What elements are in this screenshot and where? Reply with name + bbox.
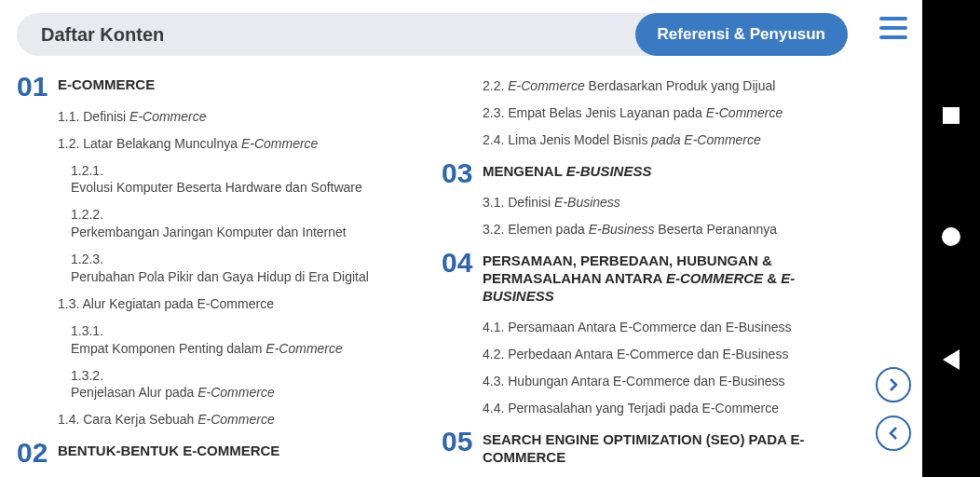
- toc-item-number: 2.3.: [483, 105, 504, 120]
- section-number: 03: [442, 159, 483, 244]
- right-rail: [864, 0, 922, 477]
- content-area: Daftar Konten Referensi & Penyusun 01E-C…: [0, 0, 864, 477]
- toc-item-number: 1.2.1.: [71, 163, 103, 178]
- toc-item-text: Alur Kegiatan pada E-Commerce: [82, 296, 273, 311]
- toc-item-number: 1.2.: [58, 136, 79, 151]
- toc-item[interactable]: 3.2. Elemen pada E-Business Beserta Pera…: [483, 216, 848, 243]
- toc-item-number: 2.4.: [483, 132, 504, 147]
- toc-item-text: Elemen pada E-Business Beserta Perananny…: [508, 222, 777, 237]
- toc-column-right: 2.2. E-Commerce Berdasarkan Produk yang …: [442, 73, 848, 477]
- toc-item-number: 1.3.2.: [71, 368, 103, 383]
- toc-columns: 01E-COMMERCE1.1. Definisi E-Commerce1.2.…: [17, 73, 848, 477]
- recent-apps-button[interactable]: [943, 107, 960, 124]
- toc-item-text: Perbedaan Antara E-Commerce dan E-Busine…: [508, 347, 788, 361]
- next-button[interactable]: [876, 367, 911, 402]
- toc-item[interactable]: 4.1. Persamaan Antara E-Commerce dan E-B…: [483, 314, 848, 341]
- toc-item[interactable]: 1.3. Alur Kegiatan pada E-Commerce: [58, 291, 423, 318]
- toc-item-number: 4.2.: [483, 347, 504, 361]
- toc-item-text: Hubungan Antara E-Commerce dan E-Busines…: [508, 374, 784, 388]
- section-title[interactable]: PERSAMAAN, PERBEDAAN, HUBUNGAN & PERMASA…: [483, 252, 848, 305]
- section-number: 02: [17, 439, 58, 477]
- toc-item-text: Evolusi Komputer Beserta Hardware dan So…: [71, 179, 423, 197]
- toc-item-number: 3.2.: [483, 222, 504, 237]
- toc-item[interactable]: 4.3. Hubungan Antara E-Commerce dan E-Bu…: [483, 368, 848, 395]
- toc-item[interactable]: 1.2.1. Evolusi Komputer Beserta Hardware…: [58, 157, 423, 202]
- toc-section: 01E-COMMERCE1.1. Definisi E-Commerce1.2.…: [17, 73, 423, 433]
- toc-item[interactable]: 2.1. Tujuh Jenis E-Commerce Berdasarkan …: [58, 470, 423, 477]
- toc-item-number: 1.2.2.: [71, 207, 103, 222]
- toc-item[interactable]: 2.4. Lima Jenis Model Bisnis pada E-Comm…: [483, 127, 848, 154]
- section-items: 3.1. Definisi E-Business3.2. Elemen pada…: [483, 182, 848, 243]
- back-button[interactable]: [943, 349, 960, 370]
- header-bar: Daftar Konten Referensi & Penyusun: [17, 13, 848, 56]
- section-title[interactable]: BENTUK-BENTUK E-COMMERCE: [58, 443, 423, 460]
- section-title[interactable]: MENGENAL E-BUSINESS: [483, 163, 848, 181]
- section-items: 1.1. Definisi E-Commerce1.2. Latar Belak…: [58, 96, 423, 433]
- home-button[interactable]: [942, 227, 960, 246]
- toc-item-text: Perkembangan Jaringan Komputer dan Inter…: [71, 224, 423, 241]
- toc-item[interactable]: 3.1. Definisi E-Business: [483, 189, 848, 216]
- toc-item[interactable]: 1.2. Latar Belakang Munculnya E-Commerce: [58, 130, 423, 157]
- page-title: Daftar Konten: [17, 24, 164, 46]
- toc-section: 04PERSAMAAN, PERBEDAAN, HUBUNGAN & PERMA…: [442, 249, 848, 422]
- toc-item-text: Persamaan Antara E-Commerce dan E-Busine…: [508, 320, 791, 334]
- toc-item-text: Empat Belas Jenis Layanan pada E-Commerc…: [508, 105, 783, 120]
- toc-item-text: Lima Jenis Model Bisnis pada E-Commerce: [508, 132, 761, 147]
- toc-item-text: Permasalahan yang Terjadi pada E-Commerc…: [508, 401, 779, 416]
- section-items: 4.1. Persamaan Antara E-Commerce dan E-B…: [483, 307, 848, 422]
- toc-item-number: 1.3.1.: [71, 323, 103, 338]
- toc-item[interactable]: 1.2.2. Perkembangan Jaringan Komputer da…: [58, 201, 423, 246]
- section-items: 2.2. E-Commerce Berdasarkan Produk yang …: [483, 73, 848, 154]
- toc-item-number: 4.3.: [483, 374, 504, 388]
- toc-item-number: 4.4.: [483, 401, 504, 416]
- toc-item-number: 1.1.: [58, 109, 79, 124]
- toc-item-number: 1.3.: [58, 296, 79, 311]
- toc-item-text: Penjelasan Alur pada E-Commerce: [71, 384, 423, 402]
- toc-item-text: Latar Belakang Munculnya E-Commerce: [83, 136, 318, 151]
- toc-item[interactable]: 2.3. Empat Belas Jenis Layanan pada E-Co…: [483, 100, 848, 127]
- toc-item-number: 1.2.3.: [71, 252, 103, 266]
- section-title[interactable]: SEARCH ENGINE OPTIMIZATION (SEO) PADA E-…: [483, 431, 848, 467]
- toc-item-text: Cara Kerja Sebuah E-Commerce: [83, 412, 274, 427]
- toc-item[interactable]: 4.2. Perbedaan Antara E-Commerce dan E-B…: [483, 341, 848, 368]
- prev-button[interactable]: [876, 416, 911, 451]
- section-title[interactable]: E-COMMERCE: [58, 76, 423, 94]
- toc-section: 02BENTUK-BENTUK E-COMMERCE2.1. Tujuh Jen…: [17, 439, 423, 477]
- toc-item-text: Perubahan Pola Pikir dan Gaya Hidup di E…: [71, 268, 423, 286]
- toc-item[interactable]: 1.2.3. Perubahan Pola Pikir dan Gaya Hid…: [58, 246, 423, 291]
- nav-buttons: [876, 367, 911, 451]
- toc-item[interactable]: 1.3.1. Empat Komponen Penting dalam E-Co…: [58, 318, 423, 362]
- toc-item-number: 4.1.: [483, 320, 504, 334]
- toc-section: 03MENGENAL E-BUSINESS3.1. Definisi E-Bus…: [442, 159, 848, 244]
- toc-item[interactable]: 2.2. E-Commerce Berdasarkan Produk yang …: [483, 73, 848, 100]
- section-items: 2.1. Tujuh Jenis E-Commerce Berdasarkan …: [58, 462, 423, 477]
- toc-item-text: Definisi E-Commerce: [83, 109, 206, 124]
- android-nav-bar: [922, 0, 980, 477]
- menu-icon[interactable]: [879, 17, 907, 39]
- section-number: 04: [442, 249, 483, 422]
- toc-item-text: Empat Komponen Penting dalam E-Commerce: [71, 340, 423, 358]
- toc-item-text: Definisi E-Business: [508, 195, 620, 210]
- toc-section: 05SEARCH ENGINE OPTIMIZATION (SEO) PADA …: [442, 428, 848, 477]
- toc-item[interactable]: 1.3.2. Penjelasan Alur pada E-Commerce: [58, 362, 423, 407]
- toc-section-continuation: 2.2. E-Commerce Berdasarkan Produk yang …: [442, 73, 848, 154]
- section-items: 5.1. Tujuh Elemen Utama di Dalam Meraih …: [483, 469, 848, 477]
- toc-item[interactable]: 1.1. Definisi E-Commerce: [58, 103, 423, 130]
- toc-column-left: 01E-COMMERCE1.1. Definisi E-Commerce1.2.…: [17, 73, 423, 477]
- section-number: 05: [442, 428, 483, 477]
- references-button[interactable]: Referensi & Penyusun: [635, 13, 848, 56]
- toc-item-number: 2.2.: [483, 78, 504, 93]
- toc-item-number: 3.1.: [483, 195, 504, 210]
- toc-item[interactable]: 1.4. Cara Kerja Sebuah E-Commerce: [58, 406, 423, 433]
- toc-item-text: E-Commerce Berdasarkan Produk yang Dijua…: [508, 78, 775, 93]
- toc-item[interactable]: 4.4. Permasalahan yang Terjadi pada E-Co…: [483, 395, 848, 422]
- section-number: 01: [17, 73, 58, 433]
- toc-item-number: 1.4.: [58, 412, 79, 427]
